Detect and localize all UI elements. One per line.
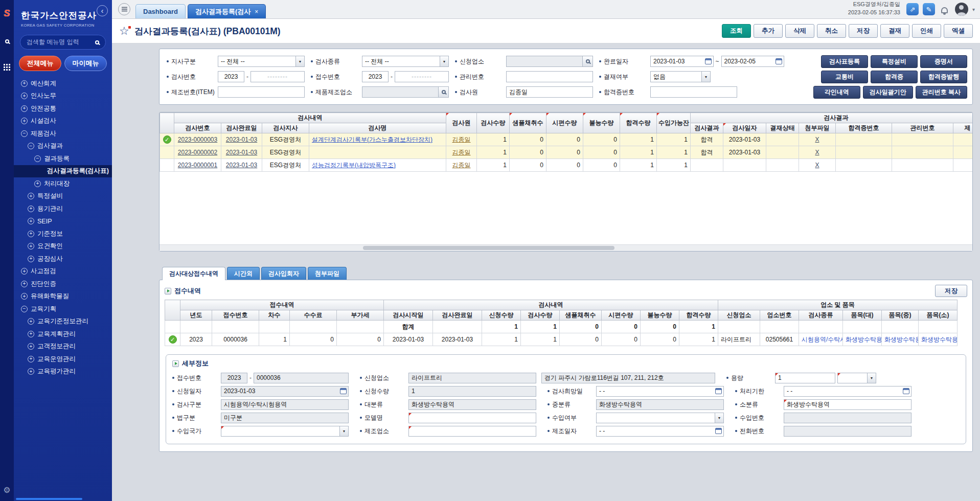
item-serial-input[interactable] [218, 86, 305, 98]
product-maker-search[interactable] [362, 86, 449, 98]
detail-capacity[interactable]: 1 [775, 373, 835, 383]
cell[interactable]: 2023-01-03 [221, 146, 262, 159]
tab-overtime[interactable]: 시간외 [227, 267, 260, 280]
sidebar-item[interactable]: 검사결과등록(검사표) [14, 165, 112, 178]
column-header[interactable]: 검사결과 [691, 123, 723, 133]
detail-capacity-unit-select[interactable]: ▼ [837, 373, 876, 383]
sidebar-item[interactable]: +시설검사 [14, 115, 112, 128]
sidebar-item[interactable]: +기준정보 [14, 227, 112, 240]
cell[interactable]: 2023-0000001 [174, 159, 221, 172]
cell[interactable]: 2023-01-03 [221, 133, 262, 146]
row-check-cell[interactable] [160, 146, 174, 159]
column-header[interactable]: 시편수량 [546, 113, 583, 133]
pass-certificate-button[interactable]: 합격증 [871, 71, 918, 83]
table-row[interactable]: 2023-00000022023-01-03ESG경영처김종일100011합격2… [160, 146, 973, 159]
certificate-button[interactable]: 증명서 [920, 55, 967, 68]
special-facility-button[interactable]: 특정설비 [871, 55, 918, 68]
detail-deadline-date[interactable]: - - [784, 386, 911, 397]
row-selected-check-icon[interactable]: ✓ [165, 333, 180, 346]
calendar-icon[interactable] [705, 58, 712, 64]
transport-fee-button[interactable]: 교통비 [821, 71, 868, 83]
tab-inspection-receipt-list[interactable]: 검사대상접수내역 [162, 267, 225, 280]
detail-applicant-address[interactable]: 경기 파주시 가람로116번길 107, 211, 212호 [541, 373, 715, 383]
inspection-sheet-register-button[interactable]: 검사표등록 [821, 55, 868, 68]
calendar-icon[interactable] [776, 58, 782, 64]
applicant-company-search[interactable] [506, 56, 593, 67]
column-header[interactable]: 불능수량 [583, 113, 620, 133]
detail-make-date[interactable]: - - [596, 426, 724, 437]
scrollbar-thumb[interactable] [363, 246, 615, 250]
sidebar-item[interactable]: +교육평가관리 [14, 366, 112, 378]
sidebar-item[interactable]: +SEIP [14, 215, 112, 228]
search-icon[interactable] [438, 87, 448, 97]
notification-bell-icon[interactable] [941, 7, 948, 13]
sidebar-item[interactable]: +안전공통 [14, 102, 112, 115]
column-header[interactable]: 수입가능잔 [657, 113, 691, 133]
cell[interactable]: 2023-0000002 [174, 146, 221, 159]
calendar-icon[interactable] [903, 388, 909, 394]
column-header[interactable]: 검사결과 [691, 113, 973, 123]
column-header[interactable]: 합격증번호 [836, 123, 892, 133]
column-header[interactable]: 첨부파일 [799, 123, 836, 133]
engraving-history-button[interactable]: 각인내역 [813, 86, 860, 99]
pass-certificate-issue-button[interactable]: 합격증발행 [920, 71, 967, 83]
detail-apply-date[interactable]: 2023-01-03 [221, 386, 349, 397]
table-row[interactable]: ✓202300000361002023-01-032023-01-0311000… [165, 333, 958, 346]
sidebar-item[interactable]: +용기관리 [14, 202, 112, 215]
delete-button[interactable]: 삭제 [785, 24, 814, 38]
manage-no-input[interactable] [506, 71, 593, 82]
column-header[interactable] [160, 113, 174, 133]
detail-import-select[interactable]: ▼ [596, 413, 724, 423]
avatar[interactable] [955, 3, 968, 16]
column-header[interactable]: 검사완료일 [221, 123, 262, 133]
sidebar-item[interactable]: +교육기준정보관리 [14, 315, 112, 328]
column-header[interactable]: 시편수량 [602, 310, 641, 321]
detail-import-no[interactable] [784, 413, 911, 423]
row-check-cell[interactable] [160, 159, 174, 172]
column-header[interactable]: 검사종류 [799, 310, 843, 321]
column-header[interactable]: 신청업소 [718, 310, 760, 321]
cancel-button[interactable]: 취소 [817, 24, 846, 38]
sidebar-item[interactable]: −결과등록 [14, 152, 112, 165]
sidebar-item[interactable]: +교육계획관리 [14, 328, 112, 340]
sidebar-item[interactable]: +특정설비 [14, 190, 112, 203]
column-header[interactable]: 신청수량 [482, 310, 521, 321]
column-header[interactable]: 합격수량 [679, 310, 718, 321]
column-header[interactable]: 합격수량 [620, 113, 657, 133]
print-button[interactable]: 인쇄 [912, 24, 941, 38]
save-receipt-button[interactable]: 저장 [935, 285, 967, 297]
pass-cert-no-input[interactable] [650, 86, 737, 98]
column-header[interactable]: 수수료 [290, 310, 337, 321]
my-menu-button[interactable]: 마이메뉴 [64, 56, 107, 71]
save-button[interactable]: 저장 [849, 24, 878, 38]
manage-no-copy-button[interactable]: 관리번호 복사 [916, 86, 967, 99]
kgs-logo-icon[interactable]: S [4, 8, 10, 19]
inspection-batch-draft-button[interactable]: 검사일괄기안 [863, 86, 913, 99]
column-header[interactable]: 년도 [180, 310, 212, 321]
all-menu-button[interactable]: 전체메뉴 [19, 56, 61, 71]
tab-dashboard[interactable]: Dashboard [135, 4, 186, 18]
detail-category-mid[interactable]: 화생방수탁용역 [596, 399, 724, 410]
cell[interactable]: X [799, 159, 836, 172]
excel-button[interactable]: 엑셀 [944, 24, 973, 38]
settings-gear-icon[interactable]: ⚙ [3, 485, 10, 495]
table-row[interactable]: 합계110001 [165, 321, 958, 333]
chevron-down-icon[interactable]: ▾ [972, 7, 975, 12]
detail-model-name[interactable] [408, 413, 536, 423]
inspection-type-select[interactable]: -- 전체 --▼ [362, 56, 449, 67]
column-header[interactable]: 검사내역 [384, 300, 718, 310]
column-header[interactable]: 접수번호 [212, 310, 259, 321]
column-header[interactable]: 검사번호 [174, 123, 221, 133]
sidebar-scrollbar[interactable] [16, 498, 82, 500]
complete-date-range[interactable]: 2023-01-03 [650, 56, 714, 67]
table-row[interactable]: ✓2023-00000032023-01-03ESG경영처설계단계검사기록부(가… [160, 133, 973, 146]
column-header[interactable]: 품목(대) [843, 310, 882, 321]
calendar-icon[interactable] [340, 388, 347, 394]
complete-date-range[interactable]: 2023-02-05 [721, 56, 785, 67]
cell[interactable]: X [799, 133, 836, 146]
cell[interactable]: 김종일 [446, 133, 477, 146]
inspector-input[interactable]: 김종일 [506, 86, 593, 98]
external-link-icon[interactable]: ⇗ [906, 3, 919, 15]
inspection-no-input[interactable]: 2023 [218, 71, 244, 82]
inspection-no-input[interactable]: -------- [250, 71, 305, 82]
